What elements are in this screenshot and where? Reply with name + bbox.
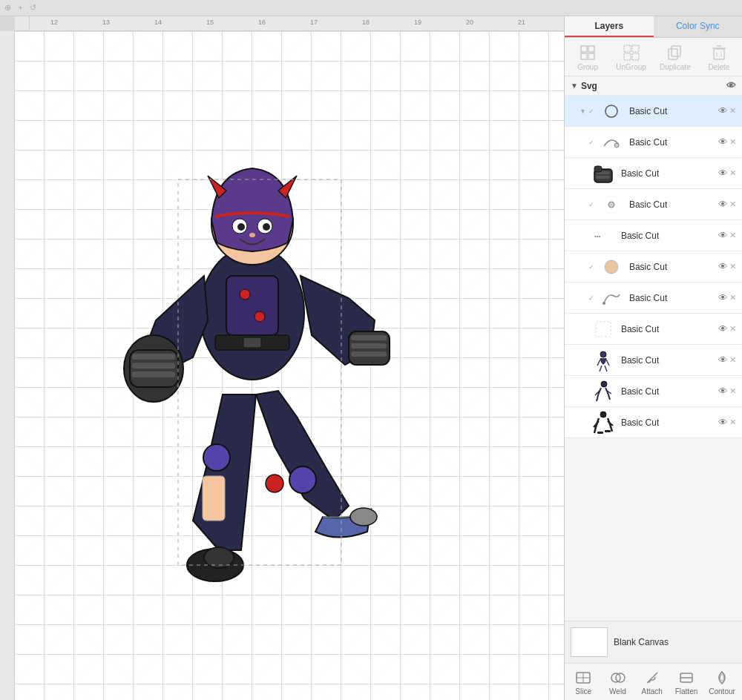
layer-item[interactable]: ▼ ✓ Basic Cut 👁 ✕ [565,283,742,314]
right-panel: Layers Color Sync [564,16,742,700]
layer-item[interactable]: ▼ ••• Basic Cut 👁 ✕ [565,220,742,251]
layer-close-icon[interactable]: ✕ [729,417,736,427]
svg-rect-14 [132,354,175,360]
layer-thumbnail [591,411,615,435]
ruler-mark-19: 19 [414,19,421,26]
svg-rect-38 [672,46,680,56]
layer-label: Basic Cut [621,324,715,334]
blank-canvas-row[interactable]: Blank Canvas [565,621,742,663]
svg-rect-34 [632,45,639,52]
svg-point-5 [263,223,270,231]
layer-item[interactable]: ▼ ✓ Basic Cut 👁 ✕ [565,96,742,127]
layer-close-icon[interactable]: ✕ [729,355,736,365]
ungroup-icon [621,42,642,63]
layer-item[interactable]: ▼ ✓ Basic Cut 👁 ✕ [565,127,742,158]
layer-close-icon[interactable]: ✕ [729,137,736,147]
layer-indent: ▼ ✓ [580,108,597,115]
layer-item[interactable]: ▼ Basic Cut 👁 ✕ [565,158,742,189]
layer-label: Basic Cut [621,417,715,428]
layer-close-icon[interactable]: ✕ [729,231,736,240]
svg-eye-icon[interactable]: 👁 [726,80,736,91]
layer-item[interactable]: ▼ Basic Cut 👁 ✕ [565,345,742,376]
layer-eye-icon[interactable]: 👁 [718,417,728,428]
layer-eye-icon[interactable]: 👁 [718,105,728,116]
svg-point-50 [608,202,614,208]
svg-rect-58 [597,432,603,434]
attach-button[interactable]: Attach [637,667,667,697]
svg-rect-39 [714,49,724,59]
layer-label: Basic Cut [621,355,715,366]
slice-icon [574,668,593,687]
svg-text:•••: ••• [594,233,601,240]
layer-eye-icon[interactable]: 👁 [718,323,728,334]
svg-rect-49 [594,166,602,172]
ruler-top: 12 13 14 15 16 17 18 19 20 21 [15,16,564,31]
layer-label: Basic Cut [629,293,715,303]
duplicate-icon [665,42,686,63]
ruler-left [0,31,15,700]
duplicate-button[interactable]: Duplicate [657,41,694,73]
svg-arrow: ▼ [571,82,578,90]
contour-button[interactable]: Contour [706,667,738,697]
layer-eye-icon[interactable]: 👁 [718,199,728,210]
weld-button[interactable]: Weld [603,667,632,697]
blank-canvas-thumbnail [571,627,608,657]
delete-button[interactable]: Delete [701,41,737,73]
layer-eye-icon[interactable]: 👁 [718,136,728,148]
tab-layers[interactable]: Layers [565,16,654,37]
layer-thumbnail [591,380,615,403]
canvas-area: 12 13 14 15 16 17 18 19 20 21 [0,16,564,700]
svg-point-55 [600,351,606,357]
svg-rect-18 [351,335,387,340]
layer-eye-icon[interactable]: 👁 [718,168,728,179]
svg-group-header[interactable]: ▼ Svg 👁 [565,76,742,96]
layer-close-icon[interactable]: ✕ [729,262,736,271]
layer-item[interactable]: ▼ ✓ Basic Cut 👁 ✕ [565,189,742,220]
svg-point-57 [600,412,606,417]
ruler-mark-18: 18 [362,19,370,26]
character-svg [45,83,460,587]
delete-icon [709,42,729,63]
svg-rect-59 [605,430,611,432]
svg-point-26 [350,508,377,526]
ruler-mark-14: 14 [154,19,162,26]
layer-thumbnail [600,255,623,279]
slice-button[interactable]: Slice [568,667,598,697]
layer-close-icon[interactable]: ✕ [729,386,736,396]
layer-eye-icon[interactable]: 👁 [718,261,728,272]
svg-rect-36 [632,53,639,60]
tab-color-sync[interactable]: Color Sync [654,16,743,37]
layer-eye-icon[interactable]: 👁 [718,354,728,366]
layer-close-icon[interactable]: ✕ [729,293,736,303]
layers-list[interactable]: ▼ Svg 👁 ▼ ✓ Basic Cut [565,76,742,621]
svg-group-label: Svg [581,81,726,91]
layer-close-icon[interactable]: ✕ [729,106,736,116]
layer-item[interactable]: ▼ Basic Cut 👁 ✕ [565,407,742,438]
layer-close-icon[interactable]: ✕ [729,324,736,334]
attach-icon [643,668,662,687]
svg-rect-31 [581,53,587,59]
ungroup-button[interactable]: UnGroup [613,41,649,73]
svg-point-4 [237,223,245,231]
svg-point-6 [249,233,255,237]
layer-label: Basic Cut [629,106,715,116]
layer-eye-icon[interactable]: 👁 [718,292,728,303]
group-button[interactable]: Group [570,41,605,73]
svg-point-53 [603,302,605,305]
svg-point-52 [605,260,618,274]
canvas-content[interactable] [15,31,564,700]
character-container[interactable] [37,76,467,595]
layer-close-icon[interactable]: ✕ [729,168,736,178]
flatten-button[interactable]: Flatten [672,667,701,697]
layer-close-icon[interactable]: ✕ [729,199,736,209]
layer-item[interactable]: ▼ Basic Cut 👁 ✕ [565,314,742,345]
bottom-toolbar: Slice Weld [565,663,742,700]
svg-point-45 [614,143,619,148]
layer-item[interactable]: ▼ ✓ Basic Cut 👁 ✕ [565,251,742,283]
layer-label: Basic Cut [629,199,715,210]
layer-thumbnail [591,317,615,341]
layer-eye-icon[interactable]: 👁 [718,230,728,241]
layer-eye-icon[interactable]: 👁 [718,386,728,397]
layer-item[interactable]: ▼ Basic Cut 👁 ✕ [565,376,742,407]
blank-canvas-label: Blank Canvas [614,637,669,647]
